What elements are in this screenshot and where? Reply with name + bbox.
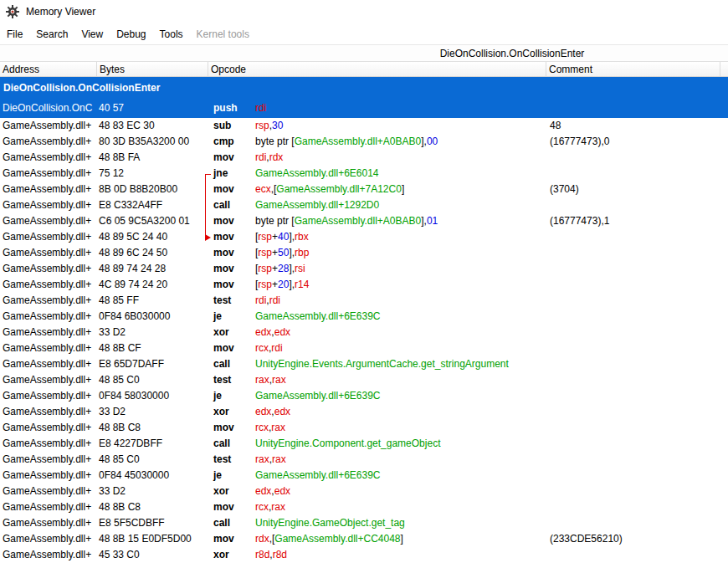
operand: rdx	[269, 151, 284, 163]
disasm-row[interactable]: GameAssembly.dll+48 89 74 24 28mov[rsp+2…	[0, 261, 728, 277]
disasm-row[interactable]: GameAssembly.dll+E8 65D7DAFFcallUnityEng…	[0, 356, 728, 372]
bytes-cell: E8 65D7DAFF	[97, 356, 208, 372]
operand: r8d	[273, 549, 287, 560]
operand: rsp	[258, 247, 272, 258]
mnemonic: test	[213, 293, 255, 309]
comment-cell	[546, 436, 728, 452]
bytes-cell: 0F84 45030000	[97, 468, 208, 484]
operand: rcx	[255, 342, 269, 354]
address-cell: GameAssembly.dll+	[0, 484, 97, 499]
mnemonic: je	[213, 468, 255, 484]
disasm-row[interactable]: GameAssembly.dll+48 89 5C 24 40mov[rsp+4…	[0, 229, 728, 245]
operand: 01	[427, 215, 438, 227]
comment-cell	[546, 420, 728, 436]
operand: rax	[271, 422, 285, 433]
mnemonic: push	[213, 99, 255, 118]
disasm-row[interactable]: GameAssembly.dll+48 8B FAmovrdi,rdx	[0, 150, 728, 166]
address-cell: GameAssembly.dll+	[0, 229, 97, 245]
operand: ]	[401, 533, 403, 545]
operand: 00	[427, 136, 438, 147]
operand: 50	[278, 247, 289, 258]
opcode-cell: jeGameAssembly.dll+6E639C	[208, 309, 546, 325]
menu-item-view[interactable]: View	[74, 25, 110, 43]
opcode-cell: movecx,[GameAssembly.dll+7A12C0]	[208, 182, 546, 197]
disasm-row[interactable]: GameAssembly.dll+33 D2xoredx,edx	[0, 484, 728, 499]
mnemonic: je	[213, 388, 255, 404]
menu-item-kernel-tools[interactable]: Kernel tools	[190, 25, 256, 43]
address-cell: GameAssembly.dll+	[0, 452, 97, 468]
bytes-cell: 33 D2	[97, 325, 208, 340]
mnemonic: xor	[213, 484, 255, 499]
disasm-row[interactable]: GameAssembly.dll+8B 0D B8B20B00movecx,[G…	[0, 182, 728, 197]
operand: GameAssembly.dll+6E639C	[255, 310, 381, 322]
disasm-row[interactable]: GameAssembly.dll+0F84 45030000jeGameAsse…	[0, 468, 728, 484]
operand: rcx	[255, 501, 269, 513]
bytes-cell: 48 85 C0	[97, 372, 208, 388]
comment-cell	[546, 372, 728, 388]
opcode-cell: movrcx,rdi	[208, 340, 546, 356]
disasm-row[interactable]: GameAssembly.dll+33 D2xoredx,edx	[0, 325, 728, 340]
disasm-row[interactable]: GameAssembly.dll+0F84 58030000jeGameAsse…	[0, 388, 728, 404]
disasm-row[interactable]: GameAssembly.dll+E8 4227DBFFcallUnityEng…	[0, 436, 728, 452]
bytes-cell: 48 83 EC 30	[97, 118, 208, 134]
bytes-cell: 33 D2	[97, 484, 208, 499]
disasm-row[interactable]: GameAssembly.dll+0F84 6B030000jeGameAsse…	[0, 309, 728, 325]
mnemonic: je	[213, 309, 255, 325]
bytes-cell: 48 89 6C 24 50	[97, 245, 208, 261]
disasm-row[interactable]: GameAssembly.dll+80 3D B35A3200 00cmpbyt…	[0, 134, 728, 150]
operand: rdi	[255, 151, 266, 163]
disasm-row[interactable]: GameAssembly.dll+E8 5F5CDBFFcallUnityEng…	[0, 515, 728, 531]
title-bar[interactable]: Memory Viewer	[0, 0, 728, 23]
address-cell: GameAssembly.dll+	[0, 547, 97, 563]
disasm-row[interactable]: GameAssembly.dll+48 89 6C 24 50mov[rsp+5…	[0, 245, 728, 261]
operand: GameAssembly.dll+A0BAB0	[295, 215, 422, 227]
column-header-comment[interactable]: Comment	[546, 62, 720, 76]
opcode-cell: movbyte ptr [GameAssembly.dll+A0BAB0],01	[208, 213, 546, 229]
disasm-row[interactable]: GameAssembly.dll+48 85 C0testrax,rax	[0, 452, 728, 468]
bytes-cell: 40 57	[97, 99, 208, 118]
mnemonic: mov	[213, 182, 255, 197]
bytes-cell: E8 5F5CDBFF	[97, 515, 208, 531]
disasm-row[interactable]: GameAssembly.dll+48 8B 15 E0DF5D00movrdx…	[0, 531, 728, 547]
address-cell: GameAssembly.dll+	[0, 436, 97, 452]
disasm-row[interactable]: GameAssembly.dll+C6 05 9C5A3200 01movbyt…	[0, 213, 728, 229]
column-header-opcode[interactable]: Opcode	[208, 62, 546, 76]
menu-item-search[interactable]: Search	[29, 25, 74, 43]
symbol-row[interactable]: DieOnCollision.OnCollisionEnter	[0, 77, 728, 99]
operand: +	[272, 263, 278, 274]
comment-cell: (16777473),1	[546, 213, 728, 229]
mnemonic: mov	[213, 277, 255, 293]
disasm-row[interactable]: GameAssembly.dll+48 8B C8movrcx,rax	[0, 420, 728, 436]
disasm-row[interactable]: DieOnCollision.OnC40 57pushrdi	[0, 99, 728, 118]
disasm-row[interactable]: GameAssembly.dll+45 33 C0xorr8d,r8d	[0, 547, 728, 563]
disasm-row[interactable]: GameAssembly.dll+4C 89 74 24 20mov[rsp+2…	[0, 277, 728, 293]
column-header-bytes[interactable]: Bytes	[97, 62, 208, 76]
opcode-cell: xorr8d,r8d	[208, 547, 546, 563]
comment-cell	[546, 468, 728, 484]
operand: rdi	[271, 342, 282, 354]
menu-item-file[interactable]: File	[0, 25, 29, 43]
mnemonic: xor	[213, 325, 255, 340]
disasm-row[interactable]: GameAssembly.dll+48 83 EC 30subrsp,3048	[0, 118, 728, 134]
disasm-row[interactable]: GameAssembly.dll+E8 C332A4FFcallGameAsse…	[0, 197, 728, 213]
comment-cell	[546, 197, 728, 213]
bytes-cell: 48 8B CF	[97, 340, 208, 356]
address-cell: GameAssembly.dll+	[0, 261, 97, 277]
operand: ]	[402, 183, 404, 195]
disasm-row[interactable]: GameAssembly.dll+33 D2xoredx,edx	[0, 404, 728, 420]
menu-item-debug[interactable]: Debug	[110, 25, 152, 43]
mnemonic: mov	[213, 499, 255, 515]
column-header-address[interactable]: Address	[0, 62, 97, 76]
opcode-cell: movrcx,rax	[208, 499, 546, 515]
disasm-row[interactable]: GameAssembly.dll+48 8B CFmovrcx,rdi	[0, 340, 728, 356]
disasm-row[interactable]: GameAssembly.dll+75 12jneGameAssembly.dl…	[0, 166, 728, 182]
bytes-cell: 33 D2	[97, 404, 208, 420]
operand: UnityEngine.GameObject.get_tag	[255, 517, 405, 529]
disasm-row[interactable]: GameAssembly.dll+48 85 C0testrax,rax	[0, 372, 728, 388]
menu-item-tools[interactable]: Tools	[153, 25, 190, 43]
disasm-row[interactable]: GameAssembly.dll+48 8B C8movrcx,rax	[0, 499, 728, 515]
operand: 28	[278, 263, 289, 274]
disasm-row[interactable]: GameAssembly.dll+48 85 FFtestrdi,rdi	[0, 293, 728, 309]
disassembly-list[interactable]: DieOnCollision.OnCollisionEnterDieOnColl…	[0, 77, 728, 568]
operand: rax	[255, 374, 269, 386]
